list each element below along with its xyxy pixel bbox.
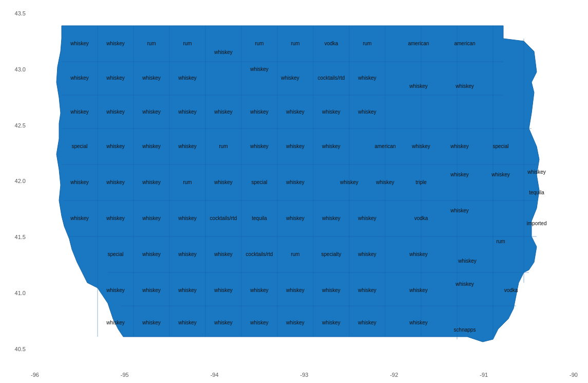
x-axis: -96 -95 -94 -93 -92 -91 -90	[31, 372, 578, 378]
x-label-6: -91	[480, 372, 488, 378]
map-area: whiskey whiskey rum rum whiskey rum rum …	[31, 10, 578, 352]
x-label-7: -90	[570, 372, 578, 378]
y-label-1: 43.5	[15, 10, 26, 16]
y-label-6: 41.0	[15, 290, 26, 296]
iowa-map: whiskey whiskey rum rum whiskey rum rum …	[31, 10, 578, 352]
x-label-1: -96	[31, 372, 39, 378]
y-label-4: 42.0	[15, 178, 26, 184]
y-axis: 43.5 43.0 42.5 42.0 41.5 41.0 40.5	[0, 10, 28, 352]
x-label-5: -92	[390, 372, 398, 378]
x-label-3: -94	[211, 372, 219, 378]
y-label-7: 40.5	[15, 346, 26, 352]
x-label-4: -93	[300, 372, 309, 378]
chart-container: 43.5 43.0 42.5 42.0 41.5 41.0 40.5	[0, 0, 588, 383]
y-label-2: 43.0	[15, 66, 26, 72]
x-label-2: -95	[121, 372, 129, 378]
y-label-3: 42.5	[15, 122, 26, 129]
y-label-5: 41.5	[15, 234, 26, 240]
